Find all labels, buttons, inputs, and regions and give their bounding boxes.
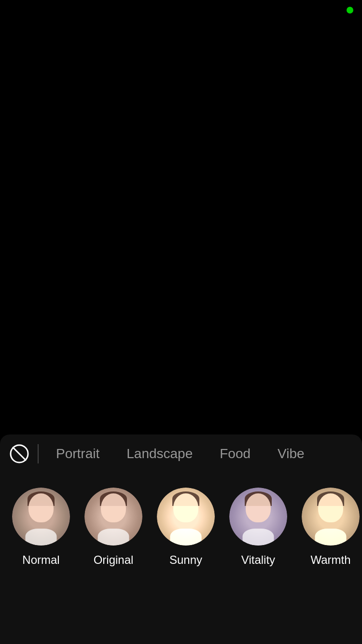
tab-landscape[interactable]: Landscape xyxy=(113,439,206,468)
preset-normal-label: Normal xyxy=(22,553,59,567)
preset-normal[interactable]: Normal xyxy=(10,488,72,567)
bottom-panel: Portrait Landscape Food Vibe Normal xyxy=(0,434,362,644)
tab-portrait[interactable]: Portrait xyxy=(42,439,113,468)
preset-sunny[interactable]: Sunny xyxy=(154,488,217,567)
filter-tabs-bar: Portrait Landscape Food Vibe xyxy=(0,434,362,473)
preset-original-label: Original xyxy=(94,553,134,567)
preset-vitality[interactable]: Vitality xyxy=(227,488,290,567)
preset-warmth-label: Warmth xyxy=(310,553,350,567)
tab-food[interactable]: Food xyxy=(206,439,264,468)
status-indicator xyxy=(347,7,353,14)
preset-warmth[interactable]: Warmth xyxy=(299,488,362,567)
svg-line-1 xyxy=(13,448,26,460)
no-filter-button[interactable] xyxy=(5,439,34,468)
preset-vitality-label: Vitality xyxy=(241,553,275,567)
tab-divider xyxy=(38,444,39,463)
preset-original[interactable]: Original xyxy=(82,488,145,567)
filter-presets-row: Normal Original Sunny xyxy=(0,473,362,644)
tab-vibe[interactable]: Vibe xyxy=(264,439,318,468)
preset-sunny-label: Sunny xyxy=(169,553,202,567)
camera-view xyxy=(0,0,362,434)
